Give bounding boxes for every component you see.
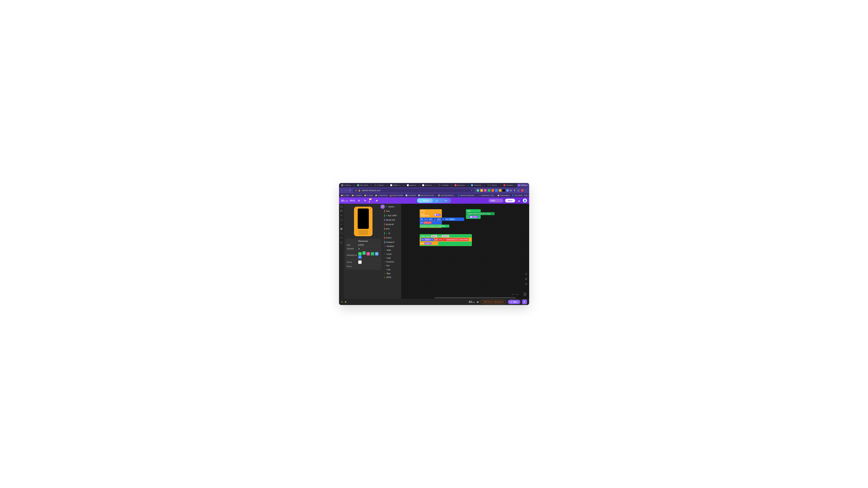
freq-dropdown[interactable]: 100K ▾ (449, 218, 455, 220)
forward-button[interactable]: → (345, 189, 347, 192)
bookmark[interactable]: 📁Fabacademy (497, 194, 509, 196)
toolbox-screen[interactable]: Screen (383, 235, 401, 240)
toolbox-loops[interactable]: ↻Loops (383, 252, 401, 256)
toolbox-nvs[interactable]: NVS (383, 227, 401, 231)
bookmark[interactable]: 📤Send to Kindle (390, 194, 403, 196)
bookmark[interactable]: 📁2. Areas (364, 194, 373, 196)
block-canvas[interactable]: Setup Begin initializationTrue Initi2c0 … (401, 204, 529, 299)
rail-chart-icon[interactable]: ⛶ (340, 232, 343, 235)
ext-icon[interactable] (495, 189, 498, 192)
chip-speaker[interactable]: 🔊 (371, 252, 374, 256)
settings-icon[interactable]: ⚙ (357, 198, 361, 203)
toolbox-logic[interactable]: ⊸Logic (383, 256, 401, 260)
star-icon[interactable]: ☆ (471, 189, 472, 192)
bookmark[interactable]: 📁1. Projects (351, 194, 362, 196)
tab[interactable]: 1. Principl…× (437, 183, 453, 187)
setup-block[interactable]: Setup Begin initializationTrue Initi2c0 … (420, 209, 442, 228)
blocks-tab[interactable]: ⬚ Blocks (417, 198, 432, 203)
ext-icon[interactable] (502, 189, 505, 192)
zoom-in-icon[interactable]: ⊕ (525, 277, 527, 281)
code-tab[interactable]: </> (441, 198, 451, 203)
tab[interactable]: 6. Electro…× (373, 183, 389, 187)
rail-image-icon[interactable]: ▦ (340, 227, 343, 230)
magic-wand-button[interactable]: ✨ (380, 204, 385, 209)
flash-icon[interactable]: ⚡ (344, 301, 347, 303)
clicked-dropdown[interactable]: clicked ▾ (441, 235, 450, 237)
planet-icon[interactable]: 🪐 (375, 198, 379, 203)
init-i2c-row[interactable]: Initi2c0 ▾ SCL33 SDA32 freq100K ▾ (420, 218, 464, 221)
help-icon[interactable]: ?▾ (363, 198, 367, 203)
profile-icon[interactable] (521, 189, 524, 192)
print-row[interactable]: print temp ▾ (420, 242, 438, 245)
env-dropdown[interactable]: env3_0 ▾ (423, 222, 432, 224)
get-block[interactable]: getenv3_0 ▾temperature (°C, return float… (434, 238, 469, 241)
project-name-input[interactable] (489, 199, 503, 202)
chip-btn[interactable]: BTN (358, 252, 362, 256)
sda-field[interactable]: 32 (441, 218, 445, 220)
horizontal-scrollbar[interactable] (434, 297, 516, 298)
toolbox-wlanap[interactable]: WLAN AP (383, 222, 401, 227)
center-icon[interactable]: ⊙ (525, 272, 527, 275)
toolbox-system[interactable]: ▼System (383, 204, 401, 209)
set-row[interactable]: settemp ▾to getenv3_0 ▾temperature (°C, … (420, 237, 472, 241)
download-icon[interactable]: ⬇ (514, 189, 516, 192)
save-button[interactable]: Save (505, 199, 515, 202)
bookmark[interactable]: 📁0. Inbox (341, 194, 349, 196)
chip-ir[interactable]: IR (375, 252, 378, 256)
folder-icon[interactable]: 📁▾ (369, 198, 373, 203)
rail-triangle-icon[interactable]: △ (340, 240, 342, 243)
toolbox-variables[interactable]: ⇄Variables (383, 245, 401, 248)
tab[interactable]: 6. Electro…× (486, 183, 502, 187)
i2c-dropdown[interactable]: i2c0 ▾ (423, 218, 429, 220)
tab-active[interactable]: UIFlow 2.…× (517, 183, 529, 187)
toolbox-lists[interactable]: ⋮Lists (383, 268, 401, 271)
bookmark[interactable]: 👤Murtaza Sinnarwal… (458, 194, 476, 196)
ezdata-icon[interactable]: EZDATA (469, 300, 475, 303)
usb-device-badge[interactable]: USB Device: StickCplus2 (480, 300, 506, 304)
back-button[interactable]: ← (341, 189, 343, 192)
tab[interactable]: Fab Acade…× (356, 183, 373, 187)
trash-icon[interactable]: 🗑 (523, 292, 527, 297)
chip-i2c[interactable]: I2C (358, 256, 362, 259)
bookmark[interactable]: 🔄ConvertKit (405, 194, 416, 196)
site-info-icon[interactable]: ⓘ (355, 189, 357, 192)
toolbox-map[interactable]: ▭Map (383, 271, 401, 275)
ext-icon[interactable] (491, 189, 494, 192)
zoom-out-icon[interactable]: ⊖ (525, 282, 527, 286)
toolbox-functions[interactable]: ΣFunctions (383, 260, 401, 264)
toolbox-time[interactable]: Time (383, 209, 401, 213)
extensions-icon[interactable]: ⊞ (510, 189, 513, 192)
sidepanel-icon[interactable]: ◫ (517, 189, 520, 192)
add-icon[interactable]: ⊕ (350, 261, 352, 263)
tab[interactable]: Tinkercad…× (470, 183, 486, 187)
rail-code-icon[interactable]: ⟡ (341, 214, 342, 217)
bookmark[interactable]: 🎓Academany / Fab… (478, 194, 495, 196)
toolbox-ezdata[interactable]: EzData2.0 (383, 240, 401, 245)
redo-icon[interactable]: ↷ (516, 293, 518, 296)
ext-icon[interactable]: k (484, 189, 487, 192)
unit-chip[interactable] (358, 260, 362, 264)
rail-circle-icon[interactable]: ○ (341, 223, 342, 226)
address-field[interactable]: ⓘ 🔒 uiflow2.m5stack.com ☆ (353, 188, 475, 193)
unit-row[interactable]: Unit ⊕ (347, 260, 380, 264)
tab[interactable]: 6. Electro…× (340, 183, 356, 187)
layout-tab[interactable]: ◫ (433, 198, 441, 203)
cloud-icon[interactable]: ☁ (517, 198, 521, 203)
print-var[interactable]: temp ▾ (425, 242, 432, 245)
tab[interactable]: Wokwi - C…× (389, 183, 405, 187)
toolbox-json[interactable]: {}JSON (383, 275, 401, 279)
ext-icon[interactable] (488, 189, 490, 192)
reload-button[interactable]: ⟳ (349, 189, 351, 192)
rail-square-icon[interactable]: □ (341, 218, 342, 221)
run-button[interactable]: ▷ Run (508, 300, 520, 304)
tab[interactable]: Hardware× (502, 183, 517, 187)
toolbox-text[interactable]: ≡Text (383, 264, 401, 268)
true-pill[interactable]: True (434, 214, 440, 216)
scl-field[interactable]: 33 (433, 218, 437, 220)
terminal-icon[interactable]: ⎚ (341, 301, 343, 303)
toolbox-bleuart[interactable]: ▶BLE UART (383, 213, 401, 218)
update-pill[interactable]: Update (469, 216, 479, 218)
tab[interactable]: wokwi-pi…× (406, 183, 421, 187)
bookmark[interactable]: 🆕New faces at Clim… (418, 194, 436, 196)
chip-rec[interactable]: ● (367, 252, 370, 256)
